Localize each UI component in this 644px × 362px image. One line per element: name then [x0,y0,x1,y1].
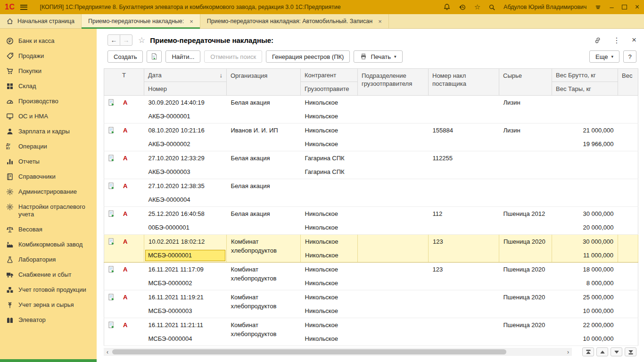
find-button[interactable]: Найти... [165,50,200,63]
col-header-raw-material[interactable]: Сырье [499,69,552,96]
tab-transfer-invoice-document[interactable]: Приемо-передаточная накладная: Автомобил… [200,14,389,28]
sidebar-item-industry-settings[interactable]: Настройки отраслевого учета [0,199,97,222]
table-row[interactable]: А 16.11.2021 11:21:11МСБЭ-0000004 Комбин… [104,318,638,346]
cell-gross-weight: 25 000,000 [552,290,618,304]
go-to-last-button[interactable] [625,347,636,356]
sidebar-item-feed-mill[interactable]: Комбикормовый завод [0,237,97,252]
favorites-star-icon[interactable]: ☆ [474,3,480,11]
tab-close-icon[interactable]: × [378,18,382,25]
cell-subdivision [358,151,429,165]
sidebar-item-elevator[interactable]: Элеватор [0,313,97,328]
horizontal-scrollbar[interactable] [111,348,564,356]
minimize-icon[interactable]: – [610,5,613,9]
cell-shipper: Никольское [301,109,358,123]
scroll-down-button[interactable] [611,347,622,356]
col-header-contragent-shipper[interactable]: Контрагент Грузоотправите [301,69,358,96]
fixed-assets-icon [6,113,14,120]
col-header-supplier-invoice[interactable]: Номер накл поставщика [429,69,499,96]
col-header-t[interactable]: Т [104,69,144,96]
cell-shipper: Никольское [301,276,358,290]
close-form-icon[interactable]: × [632,35,636,45]
sidebar-item-administration[interactable]: Администрирование [0,184,97,199]
table-row-selected[interactable]: А 10.02.2021 18:02:12МСБЭ-0000001 Комбин… [104,235,638,263]
sidebar-item-reports[interactable]: Отчеты [0,154,97,169]
tab-home[interactable]: Начальная страница [0,14,82,28]
more-menu-icon[interactable]: ⋮ [613,36,620,45]
sidebar-item-sales[interactable]: Продажи [0,49,97,64]
purchases-icon [6,67,14,75]
col-header-subdivision[interactable]: Подразделение грузоотправителя [358,69,429,96]
table-row[interactable]: А 08.10.2020 10:21:16АКБЭ-0000002 Иванов… [104,123,638,151]
create-button[interactable]: Создать [107,50,143,63]
print-button[interactable]: Печать ▾ [354,50,402,63]
sidebar-item-laboratory[interactable]: Лаборатория [0,252,97,267]
sidebar-item-weighing[interactable]: Весовая [0,222,97,237]
table-header-row: Т Дата↓ Номер Организация Контрагент Гру… [104,69,638,96]
administration-gear-icon [6,188,14,196]
more-actions-button[interactable]: Еще▾ [589,50,619,63]
sidebar-item-production[interactable]: Производство [0,94,97,109]
form-header: ← → ☆ Приемо-передаточные накладные: ⋮ × [107,33,636,47]
cell-organization: Комбинат хлебопродуктов [227,235,300,257]
tab-transfer-invoices-list[interactable]: Приемо-передаточные накладные: × [82,14,200,28]
sidebar-item-hr[interactable]: Зарплата и кадры [0,124,97,139]
back-button[interactable]: ← [107,34,120,46]
cell-date: 30.09.2020 14:40:19 [144,96,227,109]
go-to-first-button[interactable] [582,347,594,356]
transport-type-marker: А [123,266,127,273]
number-edit-field[interactable]: МСБЭ-0000001 [145,250,225,261]
table-row[interactable]: А 30.09.2020 14:40:19АКБЭ-0000001 Белая … [104,96,638,123]
posted-document-icon [108,238,115,245]
main-menu-icon[interactable] [20,5,27,10]
col-header-weights[interactable]: Вес Брутто, кг Вес Тары, кг [552,69,618,96]
sidebar-item-directories[interactable]: Справочники [0,169,97,184]
sidebar-item-purchases[interactable]: Покупки [0,64,97,79]
sidebar-item-warehouse[interactable]: Склад [0,79,97,94]
add-to-favorites-icon[interactable]: ☆ [138,35,145,45]
cell-tare-weight: 8 000,000 [552,276,618,290]
scroll-right-icon[interactable]: › [564,348,572,356]
table-row[interactable]: А 27.10.2020 12:38:35АКБЭ-0000004 Белая … [104,179,638,207]
connection-icon[interactable] [594,4,602,11]
get-link-icon[interactable] [594,36,602,44]
close-window-icon[interactable]: × [635,3,639,11]
cell-contragent: Никольское [301,290,358,304]
current-user[interactable]: Абдулов Юрий Владимирович [504,4,586,10]
table-row[interactable]: А 27.10.2020 12:33:29АКБЭ-0000003 Белая … [104,151,638,179]
sidebar-item-grain[interactable]: Учет зерна и сырья [0,297,97,313]
cell-tare-weight [552,193,618,206]
scroll-left-icon[interactable]: ‹ [104,348,111,356]
maximize-icon[interactable] [622,5,627,9]
tab-close-icon[interactable]: × [190,18,193,25]
sidebar-item-operations[interactable]: ДтКтОперации [0,139,97,154]
sidebar-item-bank[interactable]: Банк и касса [0,33,97,49]
cancel-search-button[interactable]: Отменить поиск [204,50,262,63]
reports-icon [6,158,14,165]
sidebar-item-finished-goods[interactable]: Учет готовой продукции [0,282,97,297]
copy-document-button[interactable] [147,50,162,63]
sidebar-item-fixed-assets[interactable]: ОС и НМА [0,109,97,124]
sidebar-item-supply[interactable]: Снабжение и сбыт [0,267,97,282]
list-navigation-buttons [582,347,636,356]
col-header-organization[interactable]: Организация [227,69,301,96]
col-header-net-weight[interactable]: Вес [618,69,638,96]
table-row[interactable]: А 16.11.2021 11:17:09МСБЭ-0000002 Комбин… [104,263,638,290]
scroll-up-button[interactable] [596,347,608,356]
transport-type-marker: А [123,238,127,245]
printer-icon [360,53,367,60]
operations-icon: ДтКт [6,143,14,150]
table-row[interactable]: А 25.12.2020 16:40:5800БЭ-0000001 Белая … [104,207,638,235]
table-row[interactable]: А 16.11.2021 11:19:21МСБЭ-0000003 Комбин… [104,290,638,318]
registry-generation-button[interactable]: Генерация реестров (ПК) [266,50,350,63]
cell-date: 16.11.2021 11:17:09 [144,263,227,276]
search-icon[interactable] [488,4,495,11]
notifications-bell-icon[interactable] [443,3,451,11]
history-icon[interactable] [459,3,466,11]
forward-button[interactable]: → [120,34,132,46]
cell-contragent: Гагарина СПК [301,151,358,165]
help-button[interactable]: ? [623,50,636,63]
scrollbar-thumb[interactable] [112,349,506,354]
hr-icon [6,128,14,135]
col-header-date-number[interactable]: Дата↓ Номер [144,69,227,96]
cell-contragent: Никольское [301,96,358,109]
